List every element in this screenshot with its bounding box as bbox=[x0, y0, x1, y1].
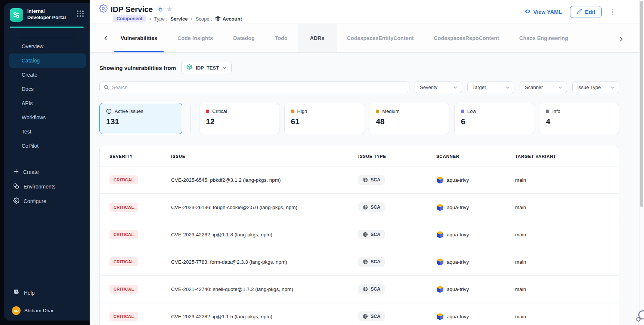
tab-codespaces-entity-content[interactable]: CodespacesEntityContent bbox=[337, 24, 424, 52]
pencil-icon bbox=[576, 9, 582, 15]
sidebar-actions: Create Environments Configure bbox=[4, 165, 90, 208]
environments-icon bbox=[13, 183, 19, 190]
sca-globe-icon bbox=[363, 232, 368, 237]
sidebar-item-apis[interactable]: APIs bbox=[9, 96, 86, 110]
sidebar-item-overview[interactable]: Overview bbox=[9, 39, 86, 53]
table-row[interactable]: CRITICAL CVE-2023-42282: ip@1.1.5 (lang-… bbox=[100, 303, 619, 325]
vulnerabilities-panel: Showing vulnerabilities from IDP_TEST Se… bbox=[90, 53, 644, 325]
issue-cell: CVE-2025-6545: pbkdf2@3.1.2 (lang-pkgs, … bbox=[171, 177, 358, 183]
tabs-scroll-right-icon[interactable] bbox=[613, 34, 626, 44]
user-menu[interactable]: SD Shibam Dhar bbox=[4, 302, 90, 319]
help-button[interactable]: ? Help bbox=[4, 285, 90, 300]
apps-grid-icon[interactable] bbox=[77, 10, 84, 17]
issue-cell: CVE-2023-42282: ip@1.1.5 (lang-pkgs, npm… bbox=[171, 314, 358, 319]
issue-cell: CVE-2023-42282: ip@1.1.8 (lang-pkgs, npm… bbox=[171, 232, 358, 237]
help-chat-icon: ? bbox=[13, 289, 20, 297]
scope-label: Scope : bbox=[196, 16, 212, 22]
brand-underline bbox=[10, 27, 84, 28]
critical-card[interactable]: Critical 12 bbox=[199, 103, 279, 134]
dot-separator: • bbox=[149, 16, 151, 22]
active-issues-value: 131 bbox=[106, 117, 176, 126]
scrollbar-thumb[interactable] bbox=[640, 1, 643, 207]
sidebar-item-test[interactable]: Test bbox=[9, 125, 86, 139]
target-scope-select[interactable]: IDP_TEST bbox=[181, 62, 232, 74]
component-badge: Component bbox=[113, 15, 146, 22]
svg-text:?: ? bbox=[15, 290, 17, 293]
info-card[interactable]: Info 4 bbox=[539, 103, 619, 134]
medium-card[interactable]: Medium 48 bbox=[369, 103, 449, 134]
cube-icon bbox=[186, 64, 192, 72]
app-window: Internal Developer Portal Overview Catal… bbox=[0, 0, 644, 325]
sidebar-footer: ? Help SD Shibam Dhar bbox=[4, 280, 90, 321]
chevron-down-icon bbox=[610, 85, 615, 90]
scanner-cell: aqua-trivy bbox=[436, 258, 515, 266]
severity-badge: CRITICAL bbox=[109, 203, 138, 212]
sidebar-item-docs[interactable]: Docs bbox=[9, 82, 86, 96]
target-variant-cell: main bbox=[515, 286, 619, 292]
alert-circle-icon bbox=[106, 108, 112, 114]
high-card[interactable]: High 61 bbox=[284, 103, 365, 134]
brand-title: Internal Developer Portal bbox=[27, 8, 69, 21]
view-yaml-button[interactable]: View YAML bbox=[524, 8, 562, 16]
issue-type-badge: SCA bbox=[358, 175, 385, 185]
feedback-widget-icon[interactable] bbox=[635, 309, 644, 324]
brand: Internal Developer Portal bbox=[10, 8, 84, 22]
sidebar-item-copilot[interactable]: CoPilot bbox=[9, 139, 86, 153]
col-target-variant: TARGET VARIANT bbox=[515, 154, 619, 159]
severity-badge: CRITICAL bbox=[109, 230, 138, 239]
sca-globe-icon bbox=[363, 177, 368, 183]
issue-type-badge: SCA bbox=[358, 284, 385, 294]
col-issue-type: ISSUE TYPE bbox=[358, 154, 436, 159]
table-row[interactable]: CRITICAL CVE-2023-42282: ip@1.1.8 (lang-… bbox=[100, 221, 619, 248]
more-actions-kebab-icon[interactable] bbox=[610, 7, 616, 17]
sidebar-item-catalog[interactable]: Catalog bbox=[9, 53, 86, 68]
severity-filter-select[interactable]: Severity bbox=[415, 82, 462, 93]
target-filter-select[interactable]: Target bbox=[467, 82, 515, 93]
sca-globe-icon bbox=[363, 314, 368, 319]
chevron-down-icon bbox=[453, 85, 458, 90]
sidebar-action-configure[interactable]: Configure bbox=[4, 194, 90, 208]
issue-type-badge: SCA bbox=[358, 257, 385, 267]
scope-value: Account bbox=[223, 16, 242, 22]
tab-vulnerabilities[interactable]: Vulnerabilities bbox=[111, 24, 167, 52]
tab-codespaces-repo-content[interactable]: CodespacesRepoContent bbox=[424, 24, 510, 52]
table-row[interactable]: CRITICAL CVE-2021-42740: shell-quote@1.7… bbox=[100, 276, 619, 303]
plus-icon bbox=[13, 168, 19, 175]
table-row[interactable]: CRITICAL CVE-2025-6545: pbkdf2@3.1.2 (la… bbox=[100, 166, 619, 194]
sidebar-action-create[interactable]: Create bbox=[4, 165, 90, 179]
issue-type-filter-select[interactable]: Issue Type bbox=[572, 82, 620, 93]
search-input-wrap bbox=[99, 82, 409, 93]
scanner-filter-select[interactable]: Scanner bbox=[520, 82, 567, 93]
tab-todo[interactable]: Todo bbox=[265, 24, 298, 52]
sca-globe-icon bbox=[363, 259, 368, 264]
service-gear-icon bbox=[99, 4, 108, 14]
copy-icon[interactable] bbox=[157, 6, 163, 12]
aqua-trivy-icon bbox=[436, 203, 444, 211]
tab-chaos-engineering[interactable]: Chaos Engineering bbox=[509, 24, 578, 52]
table-row[interactable]: CRITICAL CVE-2023-26136: tough-cookie@2.… bbox=[100, 194, 619, 221]
dot-separator: • bbox=[191, 16, 192, 22]
critical-value: 12 bbox=[206, 117, 273, 126]
sidebar-action-environments[interactable]: Environments bbox=[4, 179, 90, 194]
issue-type-badge: SCA bbox=[358, 312, 385, 321]
target-variant-cell: main bbox=[515, 177, 619, 183]
scanner-cell: aqua-trivy bbox=[436, 176, 515, 184]
aqua-trivy-icon bbox=[436, 176, 444, 184]
scrollbar[interactable] bbox=[639, 0, 644, 325]
star-icon[interactable]: ★ bbox=[167, 6, 172, 12]
sidebar-item-workflows[interactable]: Workflows bbox=[9, 110, 86, 125]
high-value: 61 bbox=[291, 117, 358, 126]
tab-datadog[interactable]: Datadog bbox=[223, 24, 264, 52]
sidebar-item-create[interactable]: Create bbox=[9, 68, 86, 82]
table-row[interactable]: CRITICAL CVE-2025-7783: form-data@2.3.3 … bbox=[100, 248, 619, 276]
tab-code-insights[interactable]: Code Insights bbox=[167, 24, 223, 52]
tabs-scroll-left-icon[interactable] bbox=[101, 33, 111, 43]
col-severity: SEVERITY bbox=[109, 154, 171, 159]
active-issues-card[interactable]: Active Issues 131 bbox=[99, 103, 182, 134]
scanner-cell: aqua-trivy bbox=[436, 203, 515, 211]
tab-adrs[interactable]: ADRs bbox=[298, 24, 337, 52]
edit-button[interactable]: Edit bbox=[570, 6, 601, 18]
search-input[interactable] bbox=[112, 85, 405, 90]
vulnerabilities-table: SEVERITY ISSUE ISSUE TYPE SCANNER TARGET… bbox=[99, 146, 619, 325]
low-card[interactable]: Low 6 bbox=[454, 103, 535, 134]
